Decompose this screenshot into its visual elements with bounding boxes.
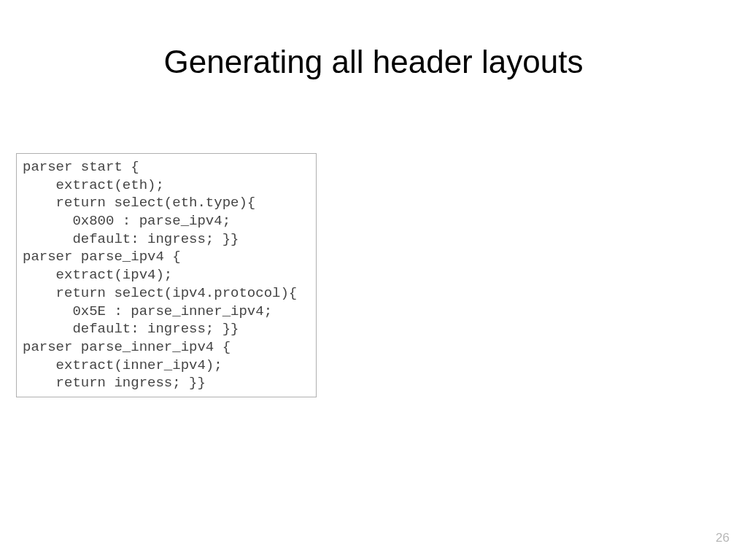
code-block: parser start { extract(eth); return sele… — [16, 153, 317, 397]
slide-title: Generating all header layouts — [0, 0, 747, 109]
page-number: 26 — [716, 531, 729, 545]
